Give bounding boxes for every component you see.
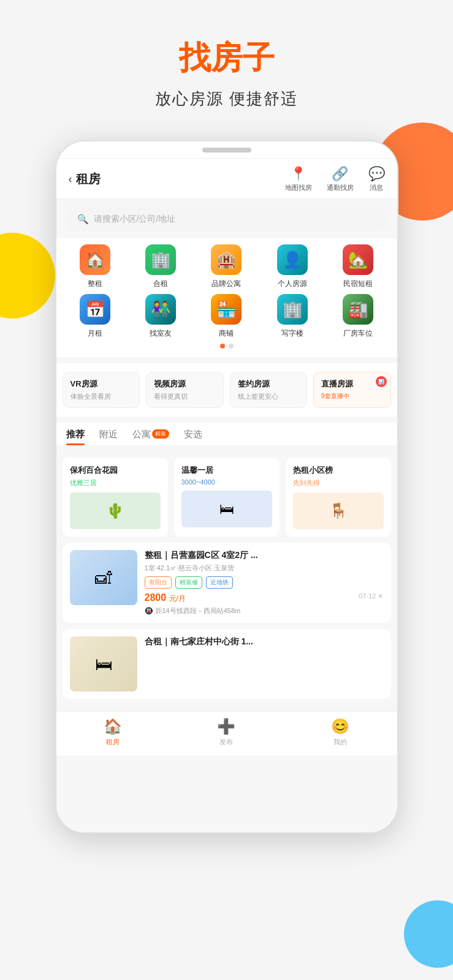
listing-title-1: 整租｜吕营嘉园C区 4室2厅 ... — [145, 550, 384, 561]
feature-cards-section: VR房源 体验全景看房 视频房源 看得更真切 签约房源 线上签更安心 📊 直播房… — [56, 363, 397, 417]
apartment-badge: 精装 — [152, 429, 169, 439]
nav-rent[interactable]: 🏠 租房 — [104, 718, 122, 747]
tag-balcony: 有阳台 — [145, 576, 172, 589]
page-dots — [63, 344, 391, 349]
tab-nearby[interactable]: 附近 — [99, 429, 118, 445]
vr-title: VR房源 — [70, 379, 132, 390]
roommate-label: 找室友 — [150, 328, 172, 339]
listing-card-1[interactable]: 🛋 整租｜吕营嘉园C区 4室2厅 ... 1室·42.1㎡·慈云寺小区·玉泉营 … — [63, 543, 391, 623]
hero-section: 找房子 放心房源 便捷舒适 — [0, 0, 453, 122]
map-icon: 📍 — [290, 166, 306, 182]
nav-mine[interactable]: 😊 我的 — [331, 718, 349, 747]
listing-price-unit-1: 元/月 — [169, 594, 186, 603]
video-desc: 看得更真切 — [154, 392, 216, 401]
feature-row: VR房源 体验全景看房 视频房源 看得更真切 签约房源 线上签更安心 📊 直播房… — [63, 372, 391, 408]
hero-title: 找房子 — [12, 37, 441, 80]
category-yuezu[interactable]: 📅 月租 — [70, 294, 120, 339]
listing-card-2[interactable]: 🛏 合租｜南七家庄村中心街 1... — [63, 629, 391, 699]
notch-bar — [202, 148, 251, 153]
recommend-cards-section: 保利百合花园 优雅三居 🌵 温馨一居 3000~4000 🛏 热租小区榜 先到先… — [56, 451, 397, 537]
listing-title-2: 合租｜南七家庄村中心街 1... — [145, 636, 384, 647]
feature-sign[interactable]: 签约房源 线上签更安心 — [230, 372, 308, 408]
app-content: ‹ 租房 📍 地图找房 🔗 通勤找房 💬 消息 — [56, 159, 397, 832]
tab-selected[interactable]: 安选 — [184, 429, 202, 445]
phone-notch — [56, 141, 397, 159]
tab-recommend[interactable]: 推荐 — [66, 429, 85, 445]
sign-desc: 线上签更安心 — [238, 392, 300, 401]
search-icon: 🔍 — [77, 214, 89, 225]
brand-apt-label: 品牌公寓 — [211, 279, 241, 289]
bg-circle-blue — [404, 900, 453, 968]
header-actions: 📍 地图找房 🔗 通勤找房 💬 消息 — [285, 166, 385, 192]
commute-icon: 🔗 — [332, 166, 348, 182]
message-icon: 💬 — [368, 166, 385, 182]
listing-img-2: 🛏 — [70, 636, 137, 692]
category-office[interactable]: 🏢 写字楼 — [268, 294, 317, 339]
category-section: 🏠 整租 🏢 合租 🏨 品牌公寓 👤 个人房源 — [56, 238, 397, 357]
listing-distance-1: 🚇 距14号线西段－西局站458m — [145, 606, 384, 616]
category-factory[interactable]: 🏭 厂房车位 — [333, 294, 383, 339]
listing-tags-1: 有阳台 精装修 近地铁 — [145, 576, 384, 589]
mine-nav-icon: 😊 — [331, 718, 349, 735]
brand-apt-icon: 🏨 — [211, 244, 242, 275]
search-bar[interactable]: 🔍 请搜索小区/公司/地址 — [66, 208, 387, 231]
live-title: 直播房源 — [321, 379, 383, 390]
feature-vr[interactable]: VR房源 体验全景看房 — [63, 372, 140, 408]
yuezu-label: 月租 — [88, 328, 102, 339]
map-find-action[interactable]: 📍 地图找房 — [285, 166, 312, 192]
hezhu-label: 合租 — [153, 279, 168, 289]
listing-price-1: 2800 — [145, 592, 167, 603]
minsu-icon: 🏡 — [343, 244, 373, 275]
distance-icon-1: 🚇 — [145, 607, 153, 615]
category-roommate[interactable]: 👫 找室友 — [136, 294, 185, 339]
tabs-section: 推荐 附近 公寓精装 安选 — [56, 423, 397, 445]
baoli-title: 保利百合花园 — [70, 465, 161, 476]
category-zhengzu[interactable]: 🏠 整租 — [70, 244, 120, 289]
phone-body: ‹ 租房 📍 地图找房 🔗 通勤找房 💬 消息 — [55, 140, 398, 834]
minsu-label: 民宿短租 — [343, 279, 373, 289]
category-hezhu[interactable]: 🏢 合租 — [136, 244, 185, 289]
category-row-1: 🏠 整租 🏢 合租 🏨 品牌公寓 👤 个人房源 — [63, 244, 391, 289]
mine-nav-label: 我的 — [333, 737, 347, 747]
feature-live[interactable]: 📊 直播房源 9套直播中 — [313, 372, 391, 408]
category-shop[interactable]: 🏪 商铺 — [202, 294, 251, 339]
hero-subtitle: 放心房源 便捷舒适 — [12, 88, 441, 110]
listing-price-row-1: 2800 元/月 07-12 ✕ — [145, 592, 384, 604]
warm-title: 温馨一居 — [181, 465, 272, 476]
rec-card-baoli[interactable]: 保利百合花园 优雅三居 🌵 — [63, 458, 168, 537]
listing-info-2: 合租｜南七家庄村中心街 1... — [145, 636, 384, 692]
message-action[interactable]: 💬 消息 — [368, 166, 385, 192]
nav-publish[interactable]: ➕ 发布 — [217, 718, 235, 747]
tabs-row: 推荐 附近 公寓精装 安选 — [66, 429, 387, 445]
feature-video[interactable]: 视频房源 看得更真切 — [146, 372, 224, 408]
baoli-img: 🌵 — [70, 492, 161, 529]
search-placeholder-text: 请搜索小区/公司/地址 — [94, 214, 176, 225]
publish-nav-label: 发布 — [219, 737, 233, 747]
category-personal[interactable]: 👤 个人房源 — [268, 244, 317, 289]
dot-2 — [229, 344, 234, 349]
hezhu-icon: 🏢 — [145, 244, 176, 275]
commute-label: 通勤找房 — [327, 183, 354, 192]
distance-text-1: 距14号线西段－西局站458m — [156, 606, 241, 616]
map-label: 地图找房 — [285, 183, 312, 192]
listing-section: 🛋 整租｜吕营嘉园C区 4室2厅 ... 1室·42.1㎡·慈云寺小区·玉泉营 … — [56, 537, 397, 711]
category-minsu[interactable]: 🏡 民宿短租 — [333, 244, 383, 289]
vr-desc: 体验全景看房 — [70, 392, 132, 401]
rec-card-warm[interactable]: 温馨一居 3000~4000 🛏 — [174, 458, 280, 537]
warm-subtitle: 3000~4000 — [181, 478, 272, 486]
rec-card-hot[interactable]: 热租小区榜 先到先得 🪑 — [286, 458, 391, 537]
header-title: 租房 — [76, 171, 101, 187]
listing-info-1: 整租｜吕营嘉园C区 4室2厅 ... 1室·42.1㎡·慈云寺小区·玉泉营 有阳… — [145, 550, 384, 616]
tag-decorated: 精装修 — [175, 576, 202, 589]
office-icon: 🏢 — [277, 294, 308, 325]
personal-label: 个人房源 — [278, 279, 307, 289]
listing-meta-1: 1室·42.1㎡·慈云寺小区·玉泉营 — [145, 564, 384, 573]
category-brand-apt[interactable]: 🏨 品牌公寓 — [202, 244, 251, 289]
message-label: 消息 — [370, 183, 383, 192]
video-title: 视频房源 — [154, 379, 216, 390]
tab-apartment[interactable]: 公寓精装 — [132, 429, 169, 445]
zhengzu-icon: 🏠 — [80, 244, 110, 275]
back-button[interactable]: ‹ — [69, 173, 72, 186]
commute-find-action[interactable]: 🔗 通勤找房 — [327, 166, 354, 192]
shop-label: 商铺 — [219, 328, 234, 339]
